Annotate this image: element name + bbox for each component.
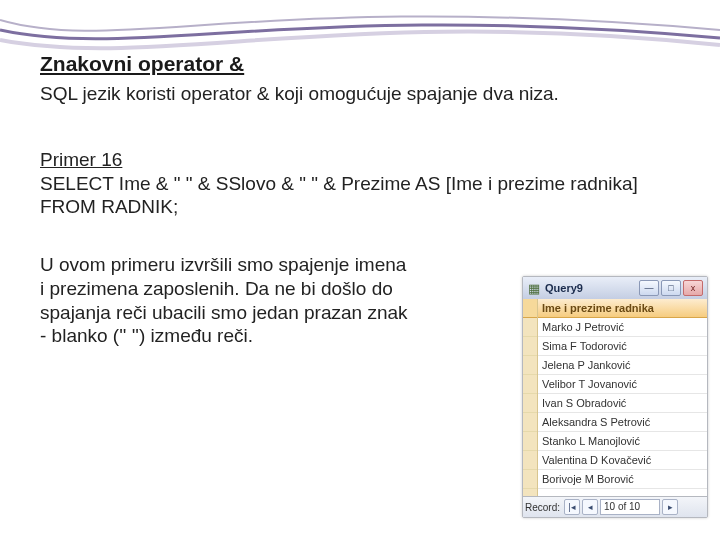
table-row[interactable]: Ivan S Obradović <box>538 394 707 413</box>
row-selector-column <box>523 299 538 497</box>
close-button[interactable]: x <box>683 280 703 296</box>
table-row[interactable]: Velibor T Jovanović <box>538 375 707 394</box>
window-title: Query9 <box>545 282 637 294</box>
table-row[interactable]: Sima F Todorović <box>538 337 707 356</box>
explain-line-3: spajanja reči ubacili smo jedan prazan z… <box>40 302 408 323</box>
sql-line-1: SELECT Ime & " " & SSlovo & " " & Prezim… <box>40 173 638 194</box>
restore-button[interactable]: □ <box>661 280 681 296</box>
record-label: Record: <box>525 502 560 513</box>
result-column: Ime i prezime radnika Marko J Petrović S… <box>538 299 707 497</box>
column-header[interactable]: Ime i prezime radnika <box>538 299 707 318</box>
record-navigator: Record: |◂ ◂ 10 of 10 ▸ <box>523 496 707 517</box>
explain-line-1: U ovom primeru izvršili smo spajenje ime… <box>40 254 406 275</box>
window-titlebar[interactable]: ▦ Query9 — □ x <box>523 277 707 300</box>
table-row[interactable]: Marko J Petrović <box>538 318 707 337</box>
explain-line-4: - blanko ('' '') između reči. <box>40 325 253 346</box>
datasheet-icon: ▦ <box>527 281 541 295</box>
table-row[interactable]: Valentina D Kovačević <box>538 451 707 470</box>
nav-next-button[interactable]: ▸ <box>662 499 678 515</box>
minimize-button[interactable]: — <box>639 280 659 296</box>
table-row[interactable]: Stanko L Manojlović <box>538 432 707 451</box>
explain-line-2: i prezimena zaposlenih. Da ne bi došlo d… <box>40 278 393 299</box>
intro-text: SQL jezik koristi operator & koji omoguć… <box>40 82 680 106</box>
table-row[interactable]: Aleksandra S Petrović <box>538 413 707 432</box>
nav-first-button[interactable]: |◂ <box>564 499 580 515</box>
example-label: Primer 16 <box>40 149 122 170</box>
nav-position-field[interactable]: 10 of 10 <box>600 499 660 515</box>
slide-title: Znakovni operator & <box>40 52 680 76</box>
table-row[interactable]: Jelena P Janković <box>538 356 707 375</box>
nav-prev-button[interactable]: ◂ <box>582 499 598 515</box>
sql-line-2: FROM RADNIK; <box>40 196 178 217</box>
decorative-swoosh <box>0 0 720 60</box>
table-row[interactable]: Borivoje M Borović <box>538 470 707 489</box>
query-result-window: ▦ Query9 — □ x Ime i prezime radnika Mar… <box>522 276 708 518</box>
